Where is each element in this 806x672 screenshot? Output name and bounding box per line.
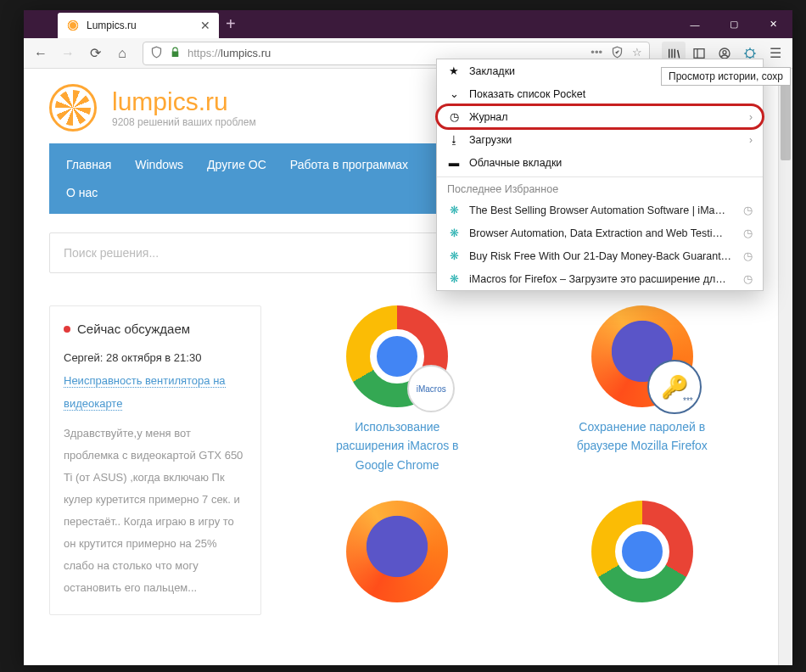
card-1-caption: Использованиерасширения iMacros вGoogle … [287,417,508,474]
menu-synced-tabs[interactable]: ▬ Облачные вкладки [437,151,763,174]
article-card-2[interactable]: 🔑*** Сохранение паролей вбраузере Mozill… [532,305,753,477]
article-card-4[interactable] [532,501,753,615]
live-dot-icon [64,326,70,333]
site-favicon-icon: ❋ [447,272,461,286]
svg-point-3 [723,50,726,53]
titlebar: Lumpics.ru ✕ + — ▢ ✕ [24,10,792,38]
key-badge-icon: 🔑*** [647,360,702,414]
menu-history[interactable]: ◷ Журнал› [437,105,763,128]
site-favicon-icon: ❋ [447,204,461,217]
site-logo-icon [49,84,97,132]
pocket-icon: ⌄ [447,87,461,100]
menu-downloads[interactable]: ⭳ Загрузки› [437,128,763,151]
lock-icon[interactable] [170,47,181,60]
home-button[interactable]: ⌂ [110,42,134,65]
discuss-title: Сейчас обсуждаем [77,322,190,336]
recent-item-4[interactable]: ❋ iMacros for Firefox – Загрузите это ра… [437,267,763,290]
browser-tab[interactable]: Lumpics.ru ✕ [58,13,219,38]
forward-button: → [56,42,80,65]
chevron-right-icon: › [749,111,753,123]
back-button[interactable]: ← [29,42,53,65]
chrome-icon-2 [591,501,693,602]
synced-icon: ▬ [447,157,461,169]
discuss-link-2[interactable]: видеокарте [64,397,122,411]
star-icon: ★ [447,64,461,77]
new-tab-button[interactable]: + [226,14,236,34]
svg-point-4 [746,49,753,57]
recent-item-2[interactable]: ❋ Browser Automation, Data Extraction an… [437,221,763,244]
window-close-button[interactable]: ✕ [753,10,792,38]
url-text: https://lumpics.ru [188,47,584,59]
site-favicon-icon: ❋ [447,249,461,263]
history-clock-icon: ◷ [743,227,753,239]
tab-favicon [66,19,80,32]
recent-item-1[interactable]: ❋ The Best Selling Browser Automation So… [437,199,763,221]
reload-button[interactable]: ⟳ [83,42,107,65]
menu-pocket[interactable]: ⌄ Показать список Pocket [437,82,763,105]
search-placeholder: Поиск решения... [64,246,159,260]
site-favicon-icon: ❋ [447,227,461,240]
menu-separator [437,176,763,177]
recent-section-label: Последнее Избранное [437,180,763,199]
history-clock-icon: ◷ [743,204,753,216]
history-clock-icon: ◷ [743,249,753,262]
scroll-thumb[interactable] [781,84,791,160]
window-maximize-button[interactable]: ▢ [714,10,753,38]
download-icon: ⭳ [447,134,461,146]
clock-icon: ◷ [447,110,461,123]
imacros-badge: iMacros [407,365,455,412]
recent-item-3[interactable]: ❋ Buy Risk Free With Our 21-Day Money-Ba… [437,244,763,267]
history-clock-icon: ◷ [743,272,753,285]
discuss-block: Сейчас обсуждаем Сергей: 28 октября в 21… [49,305,261,615]
tracking-shield-icon[interactable] [150,46,163,61]
library-tooltip: Просмотр истории, сохр [661,67,791,86]
window-minimize-button[interactable]: — [675,10,714,38]
discuss-body: Здравствуйте,у меня вот проблемка с виде… [64,423,247,599]
card-2-caption: Сохранение паролей вбраузере Mozilla Fir… [532,417,753,456]
article-card-1[interactable]: iMacros Использованиерасширения iMacros … [287,305,508,477]
tab-close-icon[interactable]: ✕ [200,19,210,32]
article-card-3[interactable] [287,501,508,615]
chevron-right-icon: › [749,134,753,146]
svg-rect-0 [694,48,704,58]
menu-button[interactable]: ☰ [764,42,787,65]
tab-title: Lumpics.ru [87,20,137,31]
discuss-link[interactable]: Неисправность вентилятора на [64,374,226,388]
site-title: lumpics.ru [112,87,256,116]
nav-windows[interactable]: Windows [123,143,195,186]
nav-other-os[interactable]: Другие ОС [195,143,278,186]
nav-programs[interactable]: Работа в программах [278,143,420,186]
discuss-author: Сергей: 28 октября в 21:30 [64,351,247,364]
site-subtitle: 9208 решений ваших проблем [112,116,256,128]
firefox-icon-2 [346,501,448,602]
library-menu: ★ Закладки› ⌄ Показать список Pocket ◷ Ж… [436,59,764,291]
scrollbar[interactable]: ▲ [778,69,792,665]
nav-home[interactable]: Главная [54,143,123,186]
